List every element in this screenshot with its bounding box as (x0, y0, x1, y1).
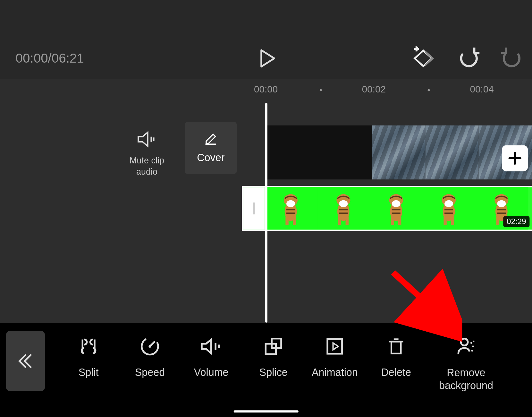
svg-rect-9 (285, 217, 288, 225)
svg-rect-49 (327, 339, 342, 354)
clip-trim-handle[interactable] (243, 187, 265, 230)
svg-point-32 (444, 200, 453, 207)
playback-time: 00:00/06:21 (15, 51, 84, 66)
chevron-left-double-icon (17, 352, 34, 370)
svg-point-53 (461, 339, 468, 346)
undo-button[interactable] (458, 48, 479, 69)
timeline[interactable]: 00:00 00:02 00:04 Mute clipaudio Cover (0, 79, 532, 323)
mute-clip-audio-button[interactable]: Mute clipaudio (121, 131, 173, 177)
svg-rect-23 (391, 217, 394, 225)
mute-clip-label: Mute clipaudio (121, 155, 173, 177)
clip-thumbnail (265, 187, 317, 230)
svg-rect-30 (443, 217, 446, 225)
video-thumbnail (265, 126, 318, 179)
volume-icon (200, 337, 223, 356)
clip-thumbnail (317, 187, 370, 230)
tool-label: Volume (179, 366, 244, 378)
redo-button[interactable] (501, 48, 523, 69)
svg-point-11 (286, 200, 295, 207)
tool-delete[interactable]: Delete (364, 334, 428, 378)
tool-speed[interactable]: Speed (117, 334, 182, 378)
svg-point-56 (471, 350, 473, 352)
splice-icon (263, 336, 284, 357)
svg-rect-24 (398, 217, 401, 225)
remove-background-icon (456, 336, 477, 357)
overlay-clip[interactable]: 02:29 (242, 186, 532, 231)
svg-point-44 (148, 345, 151, 348)
tool-split[interactable]: Split (56, 334, 121, 378)
tool-remove-background[interactable]: Removebackground (434, 334, 498, 392)
tool-volume[interactable]: Volume (179, 334, 244, 378)
svg-rect-51 (391, 342, 401, 353)
svg-point-18 (339, 200, 348, 207)
svg-rect-10 (293, 217, 296, 225)
ruler-mark: 00:04 (470, 84, 494, 95)
toolbar-back-button[interactable] (6, 331, 45, 391)
delete-icon (387, 336, 406, 357)
cover-button[interactable]: Cover (185, 122, 237, 174)
clip-thumbnail (423, 187, 476, 230)
tool-label: Removebackground (434, 366, 498, 392)
ruler-subtick (320, 89, 322, 91)
clip-duration-badge: 02:29 (503, 216, 529, 227)
svg-point-39 (497, 200, 506, 207)
tool-label: Split (56, 366, 121, 378)
ruler-subtick (428, 89, 430, 91)
speed-icon (139, 336, 160, 357)
video-thumbnail (426, 126, 479, 179)
svg-rect-31 (451, 217, 454, 225)
svg-point-55 (472, 345, 474, 347)
animation-icon (325, 336, 345, 357)
main-video-track[interactable] (265, 126, 532, 179)
svg-rect-17 (346, 217, 349, 225)
tool-label: Animation (302, 366, 367, 378)
tool-animation[interactable]: Animation (302, 334, 367, 378)
ruler-mark: 00:02 (362, 84, 386, 95)
preview-control-bar: 00:00/06:21 (0, 0, 532, 79)
svg-rect-16 (338, 217, 341, 225)
pencil-icon (204, 132, 218, 146)
cover-label: Cover (197, 152, 224, 164)
split-icon (78, 336, 99, 357)
edit-toolbar: Split Speed Volume Splice Animation Dele… (0, 323, 532, 417)
playhead[interactable] (265, 103, 267, 323)
tool-overflow[interactable]: S (510, 334, 532, 378)
tool-label: Splice (241, 366, 306, 378)
tool-splice[interactable]: Splice (241, 334, 306, 378)
tool-label: Speed (117, 366, 182, 378)
tiger-icon (274, 191, 308, 226)
tool-label: S (510, 366, 532, 378)
speaker-icon (137, 131, 157, 148)
video-thumbnail (319, 126, 372, 179)
ruler-mark: 00:00 (254, 84, 278, 95)
video-thumbnail (372, 126, 425, 179)
clip-thumbnail (370, 187, 423, 230)
play-button[interactable] (257, 48, 277, 68)
add-media-button[interactable] (502, 145, 528, 171)
svg-point-25 (392, 200, 401, 207)
svg-rect-37 (496, 217, 499, 225)
add-keyframe-button[interactable] (410, 45, 436, 71)
tool-label: Delete (364, 366, 428, 378)
timeline-ruler[interactable]: 00:00 00:02 00:04 (0, 79, 532, 100)
svg-point-54 (470, 342, 472, 343)
svg-point-57 (473, 341, 475, 342)
plus-icon (507, 151, 522, 166)
home-indicator[interactable] (234, 410, 299, 413)
